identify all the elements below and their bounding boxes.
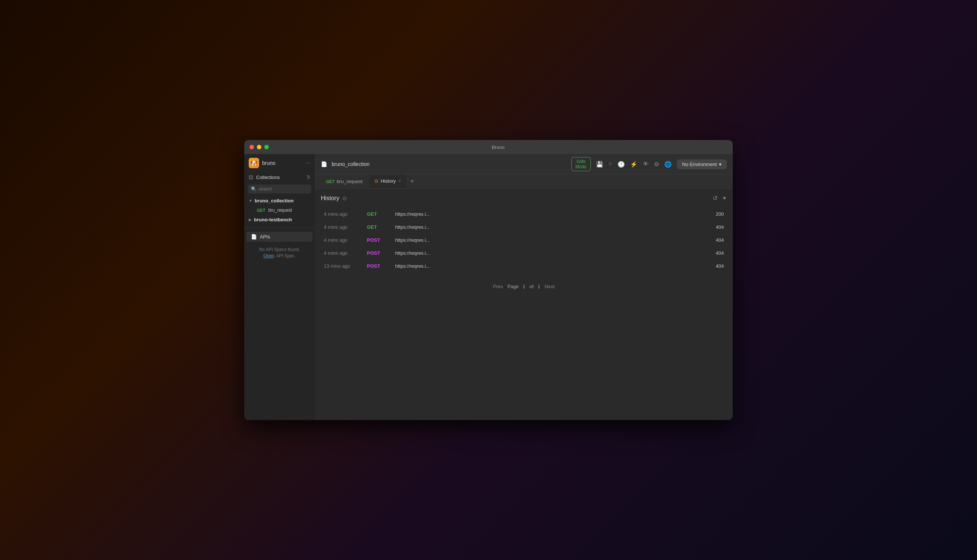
history-method: GET — [367, 211, 389, 217]
settings-icon[interactable]: ⚙ — [654, 161, 659, 168]
collection-item-testbench[interactable]: ▶ bruno-testbench — [244, 215, 315, 225]
sidebar: 🐶 bruno ··· ⊡ Collections ⇅ 🔍 ▼ bruno_co… — [244, 154, 315, 420]
request-name: bru_request — [268, 208, 292, 213]
toolbar-icons: SafeMode 💾 ⑂ 🕐 ⚡ 👁 ⚙ 🌐 No Environment ▾ — [571, 157, 727, 171]
history-status: 404 — [705, 237, 724, 243]
history-url: https://reqres.i... — [395, 224, 699, 230]
window-title: Bruno — [269, 145, 728, 150]
history-title: History ⊙ — [321, 195, 713, 202]
titlebar: Bruno — [244, 140, 733, 154]
history-clock-icon: ⊙ — [342, 195, 347, 201]
search-icon: 🔍 — [251, 187, 256, 192]
history-row[interactable]: 4 mins ago GET https://reqres.i... 200 — [321, 208, 727, 221]
tab-method-badge: GET — [326, 179, 335, 184]
apis-label: APIs — [260, 234, 270, 240]
tabs-bar: GET bru_request ⊙ History ✕ + — [315, 175, 733, 188]
search-input[interactable] — [259, 187, 308, 192]
chevron-down-icon: ▼ — [249, 199, 253, 203]
search-box[interactable]: 🔍 — [248, 185, 311, 193]
close-button[interactable] — [249, 145, 254, 149]
fork-icon[interactable]: ⑂ — [609, 161, 612, 167]
pagination: Prev Page 1 of 1 Next — [321, 280, 727, 293]
apis-open-line: Open API Spec. — [249, 252, 310, 259]
collections-row: ⊡ Collections ⇅ — [244, 172, 315, 182]
apis-empty: No API Specs found. Open API Spec. — [244, 242, 315, 263]
minimize-button[interactable] — [257, 145, 261, 149]
of-word: of — [529, 284, 534, 289]
history-url: https://reqres.i... — [395, 250, 699, 256]
history-row[interactable]: 13 mins ago POST https://reqres.i... 404 — [321, 260, 727, 273]
tab-history[interactable]: ⊙ History ✕ — [369, 175, 407, 188]
clock-icon[interactable]: 🕐 — [617, 161, 625, 168]
next-button[interactable]: Next — [545, 284, 555, 289]
apis-empty-text: No API Specs found. — [249, 247, 310, 252]
collection-name-testbench: bruno-testbench — [254, 217, 292, 222]
run-icon[interactable]: ⚡ — [630, 161, 637, 168]
history-row[interactable]: 4 mins ago POST https://reqres.i... 404 — [321, 233, 727, 247]
environment-dropdown[interactable]: No Environment ▾ — [677, 159, 727, 169]
history-time: 4 mins ago — [324, 237, 361, 243]
tab-history-label: History — [381, 178, 396, 184]
collection-doc-icon: 📄 — [321, 161, 327, 167]
tab-add-button[interactable]: + — [408, 175, 417, 188]
safe-mode-button[interactable]: SafeMode — [571, 157, 591, 171]
history-url: https://reqres.i... — [395, 211, 699, 217]
history-method: POST — [367, 237, 389, 243]
main-area: 📄 bruno_collection SafeMode 💾 ⑂ 🕐 ⚡ 👁 ⚙ … — [315, 154, 733, 420]
more-options-button[interactable]: ··· — [306, 160, 310, 167]
apis-icon: 📄 — [251, 234, 257, 240]
apis-open-link[interactable]: Open — [263, 253, 274, 258]
history-time: 13 mins ago — [324, 263, 361, 269]
app-window: Bruno 🐶 bruno ··· ⊡ Collections ⇅ 🔍 ▼ br… — [244, 140, 733, 420]
env-label: No Environment — [682, 162, 717, 167]
chevron-down-env-icon: ▾ — [719, 162, 722, 167]
collections-icon: ⊡ — [249, 174, 253, 180]
tab-bru-request[interactable]: GET bru_request — [321, 175, 368, 188]
current-page: 1 — [523, 284, 525, 289]
top-bar: 📄 bruno_collection SafeMode 💾 ⑂ 🕐 ⚡ 👁 ⚙ … — [315, 154, 733, 175]
history-title-text: History — [321, 195, 340, 202]
collections-label: Collections — [256, 175, 304, 180]
chevron-right-icon: ▶ — [249, 218, 252, 222]
collection-title: bruno_collection — [331, 161, 567, 167]
fullscreen-button[interactable] — [264, 145, 269, 149]
page-label: Page 1 of 1 — [507, 284, 540, 289]
apis-open-suffix: API Spec. — [276, 253, 296, 258]
total-pages: 1 — [537, 284, 540, 289]
history-status: 404 — [705, 224, 724, 230]
apis-row[interactable]: 📄 APIs — [246, 232, 313, 242]
sidebar-divider — [244, 228, 315, 228]
sidebar-header: 🐶 bruno ··· — [244, 154, 315, 172]
history-row[interactable]: 4 mins ago POST https://reqres.i... 404 — [321, 247, 727, 260]
history-status: 404 — [705, 250, 724, 256]
history-method: POST — [367, 250, 389, 256]
history-url: https://reqres.i... — [395, 263, 699, 269]
eye-icon[interactable]: 👁 — [643, 161, 649, 167]
history-method: POST — [367, 263, 389, 269]
method-get-badge: GET — [257, 208, 266, 212]
delete-icon[interactable]: ✦ — [722, 195, 727, 202]
prev-button[interactable]: Prev — [493, 284, 503, 289]
history-panel: History ⊙ ↺ ✦ 4 mins ago GET https://req… — [315, 188, 733, 420]
history-method: GET — [367, 224, 389, 230]
refresh-icon[interactable]: ↺ — [713, 195, 718, 202]
page-word: Page — [507, 284, 519, 289]
history-time: 4 mins ago — [324, 224, 361, 230]
history-url: https://reqres.i... — [395, 237, 699, 243]
tab-close-icon[interactable]: ✕ — [398, 178, 401, 183]
history-actions: ↺ ✦ — [713, 195, 727, 202]
app-name: bruno — [262, 160, 303, 166]
tab-label: bru_request — [337, 178, 363, 184]
request-item-bru-request[interactable]: GET bru_request — [244, 206, 315, 215]
traffic-lights — [249, 145, 269, 149]
collection-name: bruno_collection — [255, 198, 294, 203]
history-row[interactable]: 4 mins ago GET https://reqres.i... 404 — [321, 221, 727, 233]
main-content: 🐶 bruno ··· ⊡ Collections ⇅ 🔍 ▼ bruno_co… — [244, 154, 733, 420]
collection-item-bruno-collection[interactable]: ▼ bruno_collection — [244, 196, 315, 206]
history-time: 4 mins ago — [324, 250, 361, 256]
sort-icon[interactable]: ⇅ — [307, 175, 310, 180]
globe-icon[interactable]: 🌐 — [664, 161, 672, 168]
tab-history-icon: ⊙ — [375, 178, 378, 184]
save-icon[interactable]: 💾 — [596, 161, 603, 168]
app-icon: 🐶 — [249, 158, 259, 168]
